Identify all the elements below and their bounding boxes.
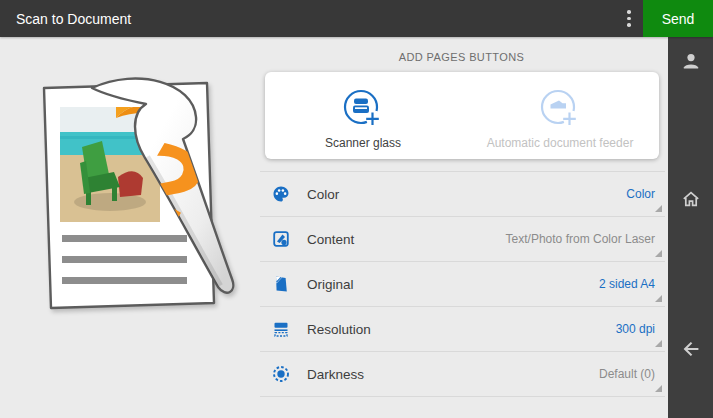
darkness-icon [272,365,290,383]
automatic-document-feeder-button[interactable]: Automatic document feeder [462,72,659,159]
home-icon [681,189,701,212]
setting-label: Resolution [307,322,371,337]
dropdown-corner-icon [655,385,662,392]
settings-list: Color Color Content Text/Photo from Colo… [260,171,665,397]
back-icon [681,339,701,362]
setting-row-original[interactable]: Original 2 sided A4 [260,261,665,306]
navigation-rail [668,37,713,418]
setting-row-darkness[interactable]: Darkness Default (0) [260,351,665,396]
setting-label: Content [307,232,354,247]
account-button[interactable] [668,45,713,79]
palette-icon [272,185,290,203]
setting-row-content[interactable]: Content Text/Photo from Color Laser [260,216,665,261]
dropdown-corner-icon [655,340,662,347]
account-icon [681,51,701,74]
dropdown-corner-icon [655,250,662,257]
dropdown-corner-icon [655,295,662,302]
setting-label: Color [307,187,339,202]
flatbed-scanner-add-icon [341,87,385,134]
scanner-glass-label: Scanner glass [325,136,401,150]
add-pages-card: Scanner glass Automatic document feeder [265,72,659,159]
add-pages-heading: ADD PAGES BUTTONS [255,51,668,63]
setting-value: 2 sided A4 [599,277,655,291]
kebab-dot [627,23,631,27]
content-icon [272,230,290,248]
automatic-document-feeder-label: Automatic document feeder [487,136,634,150]
setting-label: Darkness [307,367,364,382]
setting-label: Original [307,277,354,292]
setting-row-color[interactable]: Color Color [260,171,665,216]
scan-to-document-screen: Scan to Document Send [0,0,713,418]
overflow-menu-button[interactable] [615,0,643,37]
page-title: Scan to Document [16,11,131,27]
resolution-icon [272,320,290,338]
setting-value: Text/Photo from Color Laser [506,232,655,246]
setting-value: 300 dpi [616,322,655,336]
two-sided-page-illustration: 2 [30,75,240,320]
document-feeder-add-icon [538,87,582,134]
app-bar: Scan to Document Send [0,0,713,37]
dropdown-corner-icon [655,205,662,212]
scanner-glass-button[interactable]: Scanner glass [265,72,462,159]
scan-settings-panel: ADD PAGES BUTTONS Scanner glass [255,37,668,418]
home-button[interactable] [668,183,713,217]
original-icon [272,275,290,293]
kebab-dot [627,17,631,21]
back-button[interactable] [668,333,713,367]
setting-row-resolution[interactable]: Resolution 300 dpi [260,306,665,351]
kebab-dot [627,10,631,14]
setting-value: Default (0) [599,367,655,381]
document-preview: 2 [0,37,255,418]
send-button[interactable]: Send [643,0,713,37]
setting-value: Color [626,187,655,201]
